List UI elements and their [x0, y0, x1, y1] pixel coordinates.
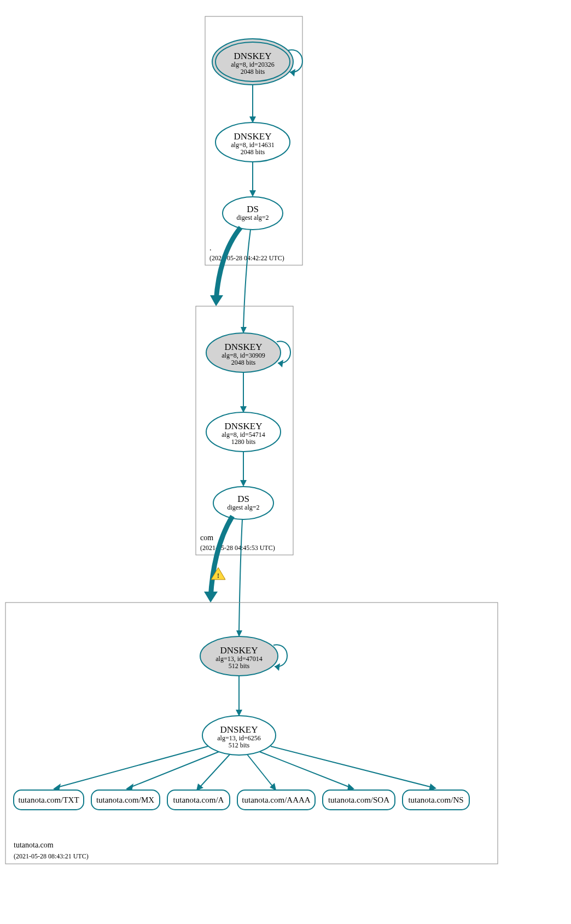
node-root-zsk: DNSKEY alg=8, id=14631 2048 bits	[215, 122, 290, 162]
zone-com-timestamp: (2021-05-28 04:45:53 UTC)	[200, 544, 275, 552]
leaf-a: tutanota.com/A	[167, 790, 230, 810]
node-root-zsk-line2: alg=8, id=14631	[231, 141, 275, 149]
edge-zsk-mx	[130, 752, 219, 787]
leaf-aaaa-label: tutanota.com/AAAA	[242, 796, 311, 804]
edge-zsk-txt	[57, 746, 208, 787]
arrow-tut-ksk-selfloop	[275, 663, 280, 671]
arrow-rootds-comzone	[210, 295, 223, 306]
node-com-ds: DS digest alg=2	[213, 487, 273, 519]
zone-tut-timestamp: (2021-05-28 08:43:21 UTC)	[14, 852, 89, 860]
node-com-ksk-line3: 2048 bits	[231, 359, 256, 366]
node-root-ksk-title: DNSKEY	[234, 51, 272, 61]
edge-comds-tutzone	[211, 516, 232, 598]
node-root-ksk: DNSKEY alg=8, id=20326 2048 bits	[212, 39, 293, 85]
node-tut-ksk-line2: alg=13, id=47014	[215, 655, 263, 663]
zone-tut-label: tutanota.com	[14, 841, 54, 849]
arrow-comds-tutzone	[204, 592, 218, 603]
node-tut-zsk: DNSKEY alg=13, id=6256 512 bits	[202, 716, 276, 755]
arrow-com-ksk-selfloop	[278, 360, 283, 367]
node-com-zsk-line3: 1280 bits	[231, 438, 256, 446]
node-com-ksk: DNSKEY alg=8, id=30909 2048 bits	[206, 333, 281, 372]
node-root-ksk-line3: 2048 bits	[241, 68, 265, 75]
edge-zsk-aaaa	[247, 755, 273, 787]
edge-zsk-soa	[260, 752, 350, 787]
leaf-soa: tutanota.com/SOA	[323, 790, 395, 810]
arrow-root-zsk-ds	[249, 190, 256, 197]
node-tut-ksk-line3: 512 bits	[229, 662, 250, 670]
edge-rootds-comksk	[243, 230, 250, 328]
node-com-ds-line2: digest alg=2	[227, 504, 259, 511]
dnssec-graph: . (2021-05-28 04:42:22 UTC) DNSKEY alg=8…	[0, 0, 571, 924]
leaf-a-label: tutanota.com/A	[173, 796, 224, 804]
leaf-mx: tutanota.com/MX	[91, 790, 160, 810]
node-com-zsk-title: DNSKEY	[225, 421, 263, 431]
node-root-ds-title: DS	[247, 204, 259, 214]
node-root-ds-line2: digest alg=2	[236, 214, 269, 221]
zone-root-label: .	[209, 244, 212, 252]
arrow-com-zsk-ds	[240, 480, 247, 487]
zone-com-label: com	[200, 534, 213, 542]
node-com-ds-title: DS	[237, 494, 249, 504]
leaf-aaaa: tutanota.com/AAAA	[237, 790, 315, 810]
edge-zsk-a	[200, 755, 230, 787]
leaf-mx-label: tutanota.com/MX	[96, 796, 154, 804]
node-tut-zsk-line2: alg=13, id=6256	[217, 734, 261, 742]
node-com-ksk-line2: alg=8, id=30909	[222, 352, 265, 359]
node-tut-zsk-line3: 512 bits	[229, 741, 250, 749]
leaf-ns-label: tutanota.com/NS	[408, 796, 463, 804]
node-com-zsk: DNSKEY alg=8, id=54714 1280 bits	[206, 412, 281, 452]
node-root-ds: DS digest alg=2	[223, 197, 283, 230]
node-tut-ksk: DNSKEY alg=13, id=47014 512 bits	[200, 636, 278, 676]
node-tut-zsk-title: DNSKEY	[220, 724, 258, 735]
node-root-ksk-line2: alg=8, id=20326	[231, 61, 275, 68]
edge-comds-tutksk	[239, 519, 242, 631]
node-root-zsk-title: DNSKEY	[234, 131, 272, 142]
leaf-ns: tutanota.com/NS	[403, 790, 469, 810]
node-com-ksk-title: DNSKEY	[225, 342, 263, 352]
leaf-soa-label: tutanota.com/SOA	[328, 796, 389, 804]
edge-rootds-comzone	[216, 227, 241, 302]
node-com-zsk-line2: alg=8, id=54714	[222, 431, 265, 438]
svg-text:!: !	[217, 571, 219, 580]
node-tut-ksk-title: DNSKEY	[220, 645, 258, 656]
leaf-txt: tutanota.com/TXT	[14, 790, 84, 810]
node-root-zsk-line3: 2048 bits	[241, 148, 265, 156]
leaf-txt-label: tutanota.com/TXT	[18, 796, 79, 804]
edge-zsk-ns	[271, 746, 432, 787]
